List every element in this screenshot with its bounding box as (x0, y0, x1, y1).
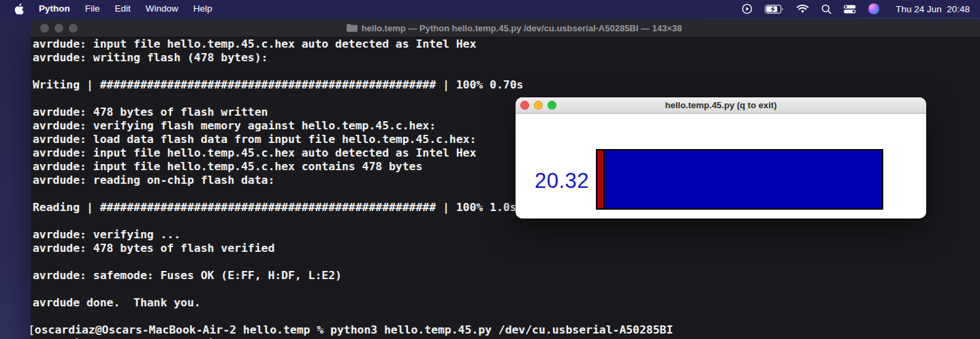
menu-bar-clock[interactable]: Thu 24 Jun 20:48 (896, 4, 970, 14)
menu-help[interactable]: Help (186, 0, 220, 18)
menu-app-name[interactable]: Python (33, 0, 78, 18)
terminal-title: hello.temp — Python hello.temp.45.py /de… (347, 23, 682, 33)
screen-recording-indicator-icon[interactable] (742, 3, 753, 14)
terminal-line: [oscardiaz@Oscars-MacBook-Air-2 hello.te… (33, 323, 980, 337)
search-icon[interactable] (821, 4, 832, 14)
popup-title: hello.temp.45.py (q to exit) (665, 100, 777, 110)
siri-icon[interactable] (868, 3, 879, 14)
popup-titlebar[interactable]: hello.temp.45.py (q to exit) (516, 97, 926, 114)
apple-logo-icon (14, 3, 24, 15)
terminal-line: avrdude: input file hello.temp.45.c.hex … (33, 37, 980, 51)
menu-bar: Python File Edit Window Help (0, 0, 980, 18)
terminal-line: avrdude: writing flash (478 bytes): (33, 51, 980, 65)
zoom-button[interactable] (69, 24, 78, 33)
terminal-line (33, 255, 980, 269)
popup-traffic-lights (520, 101, 556, 110)
terminal-line (33, 65, 980, 78)
menu-edit[interactable]: Edit (108, 0, 138, 18)
terminal-title-text: hello.temp — Python hello.temp.45.py /de… (362, 23, 682, 33)
zoom-button[interactable] (548, 101, 556, 110)
terminal-traffic-lights (40, 24, 78, 33)
menu-bar-left: Python File Edit Window Help (0, 0, 220, 18)
apple-menu[interactable] (0, 3, 33, 15)
close-button[interactable] (520, 101, 529, 110)
folder-icon (347, 24, 358, 32)
temperature-gauge (596, 149, 883, 210)
terminal-line (33, 282, 980, 296)
terminal-line: Writing | ##############################… (33, 78, 980, 92)
terminal-line: avrdude: verifying ... (33, 228, 980, 242)
wifi-icon[interactable] (796, 4, 809, 14)
terminal-line: avrdude: safemode: Fuses OK (E:FF, H:DF,… (33, 269, 980, 282)
close-button[interactable] (40, 24, 49, 33)
battery-icon[interactable] (765, 5, 784, 14)
gauge-red-segment (597, 150, 605, 208)
terminal-line: avrdude done. Thank you. (33, 296, 980, 310)
minimize-button[interactable] (534, 101, 543, 110)
menu-file[interactable]: File (78, 0, 108, 18)
popup-body: 20.32 (516, 114, 926, 218)
menu-window[interactable]: Window (138, 0, 186, 18)
menu-bar-status: Thu 24 Jun 20:48 (742, 0, 980, 18)
control-center-icon[interactable] (844, 5, 856, 14)
python-temperature-window: hello.temp.45.py (q to exit) 20.32 (516, 97, 926, 219)
terminal-line: avrdude: 478 bytes of flash verified (33, 242, 980, 255)
minimize-button[interactable] (54, 24, 63, 33)
terminal-line (33, 310, 980, 323)
temperature-value: 20.32 (535, 169, 589, 193)
terminal-titlebar[interactable]: hello.temp — Python hello.temp.45.py /de… (31, 19, 980, 37)
